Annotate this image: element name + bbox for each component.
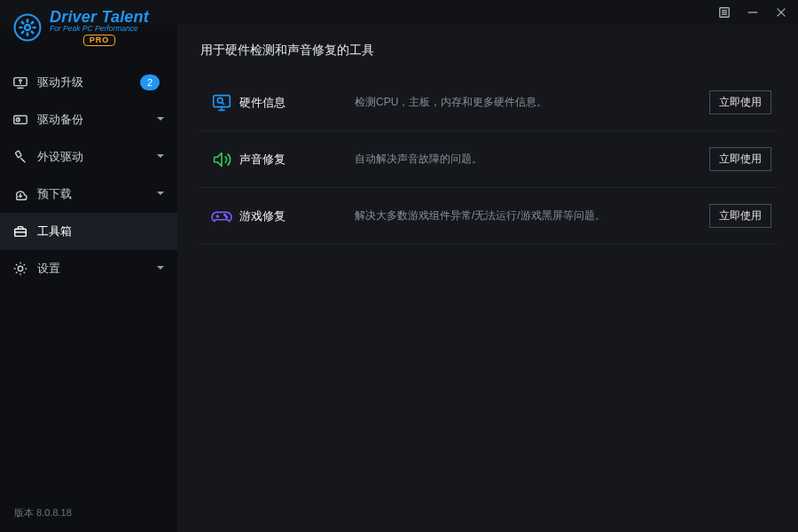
sidebar-item-peripheral[interactable]: 外设驱动: [0, 138, 177, 176]
chevron-down-icon: [156, 262, 165, 275]
page-title: 用于硬件检测和声音修复的工具: [200, 43, 777, 59]
toolbox-icon: [12, 223, 28, 239]
tool-name: 游戏修复: [239, 208, 355, 224]
tool-name: 声音修复: [239, 152, 355, 168]
driver-backup-icon: [12, 112, 28, 128]
settings-icon: [12, 261, 28, 277]
svg-rect-9: [27, 19, 29, 22]
main-panel: 用于硬件检测和声音修复的工具 硬件信息 检测CPU，主板，内存和更多硬件信息。 …: [177, 25, 798, 532]
svg-point-27: [226, 216, 228, 218]
chevron-down-icon: [156, 150, 165, 163]
predownload-icon: [12, 186, 28, 202]
chevron-down-icon: [156, 187, 165, 200]
use-now-button[interactable]: 立即使用: [709, 90, 771, 114]
tool-row-game-fix: 游戏修复 解决大多数游戏组件异常/无法运行/游戏黑屏等问题。 立即使用: [199, 188, 777, 245]
use-now-button[interactable]: 立即使用: [709, 204, 771, 228]
logo-icon: [12, 12, 43, 43]
sidebar-item-label: 设置: [37, 261, 156, 277]
svg-point-26: [224, 214, 226, 215]
sound-fix-icon: [204, 148, 239, 171]
hardware-info-icon: [204, 91, 239, 114]
logo: Driver Talent For Peak PC Performance PR…: [0, 7, 177, 59]
svg-point-22: [217, 98, 223, 103]
menu-icon[interactable]: [716, 4, 732, 20]
tool-desc: 解决大多数游戏组件异常/无法运行/游戏黑屏等问题。: [355, 208, 709, 223]
edition-badge: PRO: [83, 35, 116, 46]
tool-name: 硬件信息: [239, 95, 355, 111]
svg-point-10: [26, 26, 29, 29]
update-count-badge: 2: [140, 74, 160, 90]
sidebar-item-toolbox[interactable]: 工具箱: [0, 213, 177, 250]
sidebar-item-driver-update[interactable]: 驱动升级 2: [0, 64, 177, 101]
tool-row-sound-fix: 声音修复 自动解决声音故障的问题。 立即使用: [199, 131, 777, 188]
peripheral-icon: [12, 149, 28, 165]
version-label: 版本 8.0.8.18: [0, 497, 177, 532]
sidebar: Driver Talent For Peak PC Performance PR…: [0, 25, 177, 532]
sidebar-nav: 驱动升级 2 驱动备份: [0, 64, 177, 287]
sidebar-item-predownload[interactable]: 预下载: [0, 176, 177, 213]
svg-point-18: [18, 266, 22, 270]
game-fix-icon: [204, 205, 239, 228]
svg-line-23: [222, 102, 224, 105]
sidebar-item-label: 驱动备份: [37, 112, 156, 128]
tool-desc: 自动解决声音故障的问题。: [355, 152, 709, 167]
use-now-button[interactable]: 立即使用: [709, 147, 771, 171]
sidebar-item-label: 工具箱: [37, 223, 165, 239]
tool-desc: 检测CPU，主板，内存和更多硬件信息。: [355, 95, 709, 110]
tool-row-hardware-info: 硬件信息 检测CPU，主板，内存和更多硬件信息。 立即使用: [199, 74, 777, 131]
minimize-icon[interactable]: [745, 4, 761, 20]
sidebar-item-settings[interactable]: 设置: [0, 250, 177, 287]
svg-rect-15: [15, 150, 21, 157]
close-icon[interactable]: [773, 4, 789, 20]
chevron-down-icon: [156, 113, 165, 126]
brand-name: Driver Talent: [50, 9, 149, 25]
sidebar-item-label: 驱动升级: [37, 74, 140, 90]
app-body: Driver Talent For Peak PC Performance PR…: [0, 25, 798, 532]
sidebar-item-label: 外设驱动: [37, 149, 156, 165]
sidebar-item-label: 预下载: [37, 186, 156, 202]
sidebar-item-driver-backup[interactable]: 驱动备份: [0, 101, 177, 138]
driver-update-icon: [12, 74, 28, 90]
brand-tagline: For Peak PC Performance: [50, 25, 149, 33]
